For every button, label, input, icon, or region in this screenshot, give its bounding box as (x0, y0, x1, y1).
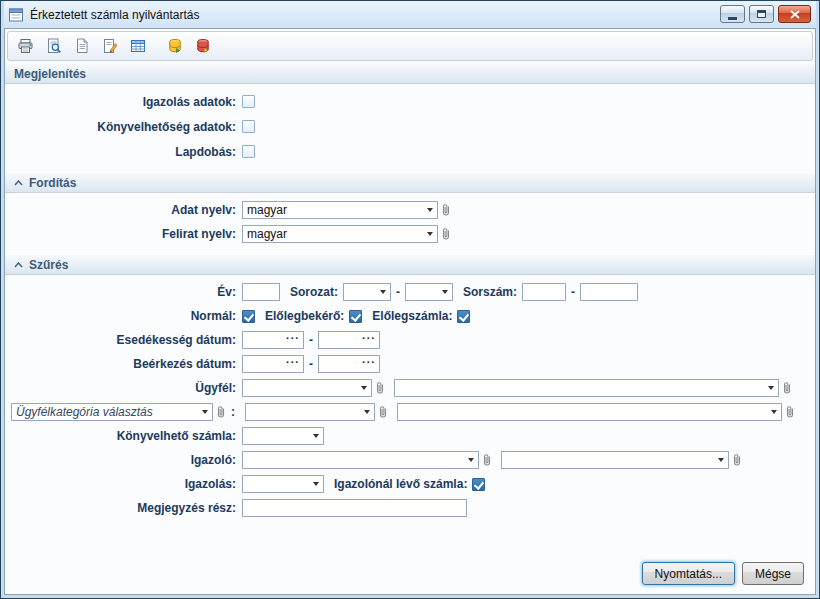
approver-name-combo[interactable] (501, 451, 729, 469)
checkbox-konyvelhetoseg-adatok[interactable] (242, 120, 255, 133)
table-button[interactable] (125, 34, 150, 58)
series-to-combo[interactable] (405, 283, 453, 301)
data-language-combo[interactable]: magyar (242, 201, 438, 219)
row-konyvelheto-szamla: Könyvelhető számla: (5, 424, 815, 448)
range-dash: - (309, 333, 313, 347)
dropdown-arrow-icon (464, 452, 478, 468)
serial-to-input[interactable] (580, 283, 638, 301)
date-picker-button[interactable]: ··· (362, 333, 379, 347)
arrival-date-to-input[interactable]: ··· (318, 355, 380, 373)
customer-name-combo[interactable] (394, 379, 779, 397)
section-header-display[interactable]: Megjelenítés (5, 63, 815, 84)
dropdown-arrow-icon (309, 428, 323, 444)
section-title: Fordítás (29, 176, 76, 190)
paperclip-icon[interactable] (784, 405, 796, 419)
field-label: Igazoló: (5, 453, 242, 467)
maximize-button[interactable] (749, 5, 774, 23)
export-data-button[interactable] (162, 34, 187, 58)
caption-language-combo[interactable]: magyar (242, 225, 438, 243)
field-label: Könyvelhető számla: (5, 429, 242, 443)
print-dialog-button[interactable]: Nyomtatás... (642, 562, 735, 585)
print-preview-icon (46, 38, 62, 54)
customer-code-combo[interactable] (242, 379, 372, 397)
range-dash: - (396, 285, 400, 299)
section-header-translation[interactable]: Fordítás (5, 172, 815, 193)
paperclip-icon[interactable] (215, 405, 227, 419)
field-label: Igazolónál lévő számla: (334, 477, 467, 491)
section-body-display: Igazolás adatok: Könyvelhetőség adatok: … (5, 84, 815, 172)
section-body-filter: Év: Sorozat: - Sorszám: - No (5, 275, 815, 528)
arrival-date-from-input[interactable]: ··· (242, 355, 304, 373)
approval-combo[interactable] (242, 475, 324, 493)
field-label: Lapdobás: (5, 145, 242, 159)
checkbox-normal[interactable] (242, 310, 255, 323)
dropdown-arrow-icon (360, 404, 374, 420)
customer-category-combo[interactable]: Ügyfélkategória választás (11, 403, 213, 421)
dropdown-arrow-icon (767, 404, 781, 420)
close-icon (790, 10, 800, 19)
checkbox-elolegszamla[interactable] (457, 310, 470, 323)
collapse-icon (14, 262, 23, 268)
checkbox-elolegbekero[interactable] (349, 310, 362, 323)
page-button[interactable] (69, 34, 94, 58)
paperclip-icon[interactable] (781, 381, 793, 395)
serial-from-input[interactable] (522, 283, 566, 301)
approver-combo[interactable] (242, 451, 479, 469)
category-name-combo[interactable] (397, 403, 782, 421)
checkbox-igazolas-adatok[interactable] (242, 95, 255, 108)
paperclip-icon[interactable] (440, 203, 452, 217)
row-felirat-nyelv: Felirat nyelv: magyar (5, 222, 815, 246)
comment-input[interactable] (242, 499, 467, 517)
field-label: Előlegbekérő: (265, 309, 344, 323)
bookable-invoice-combo[interactable] (242, 427, 324, 445)
paperclip-icon[interactable] (481, 453, 493, 467)
minimize-icon (728, 17, 737, 20)
date-picker-button[interactable]: ··· (286, 333, 303, 347)
series-from-combo[interactable] (343, 283, 391, 301)
date-picker-button[interactable]: ··· (362, 357, 379, 371)
row-ugyfel: Ügyfél: (5, 376, 815, 400)
category-value-combo[interactable] (245, 403, 375, 421)
minimize-button[interactable] (720, 5, 745, 23)
title-bar[interactable]: Érkeztetett számla nyilvántartás (4, 1, 816, 28)
row-lapdobas: Lapdobás: (5, 139, 815, 164)
close-button[interactable] (778, 5, 811, 23)
paperclip-icon[interactable] (731, 453, 743, 467)
section-body-translation: Adat nyelv: magyar Felirat nyelv: magyar (5, 193, 815, 254)
year-input[interactable] (242, 283, 280, 301)
field-label: Megjegyzés rész: (5, 501, 242, 515)
field-label: Felirat nyelv: (5, 227, 242, 241)
print-button[interactable] (13, 34, 38, 58)
paperclip-icon[interactable] (377, 405, 389, 419)
due-date-from-input[interactable]: ··· (242, 331, 304, 349)
checkbox-lapdobas[interactable] (242, 145, 255, 158)
date-picker-button[interactable]: ··· (286, 357, 303, 371)
edit-button[interactable] (97, 34, 122, 58)
section-header-filter[interactable]: Szűrés (5, 254, 815, 275)
field-label: Év: (5, 285, 242, 299)
row-konyvelhetoseg-adatok: Könyvelhetőség adatok: (5, 114, 815, 139)
paperclip-icon[interactable] (440, 227, 452, 241)
row-igazolas-adatok: Igazolás adatok: (5, 89, 815, 114)
print-preview-button[interactable] (41, 34, 66, 58)
checkbox-igazolonal-levo-szamla[interactable] (472, 478, 485, 491)
page-icon (74, 38, 90, 54)
edit-page-icon (102, 38, 118, 54)
due-date-to-input[interactable]: ··· (318, 331, 380, 349)
field-label: Esedékesség dátum: (5, 333, 242, 347)
field-label: Igazolás adatok: (5, 95, 242, 109)
paperclip-icon[interactable] (374, 381, 386, 395)
dropdown-arrow-icon (357, 380, 371, 396)
toolbar (7, 31, 813, 61)
dropdown-arrow-icon (423, 226, 437, 242)
import-data-button[interactable] (190, 34, 215, 58)
form-content: Megjelenítés Igazolás adatok: Könyvelhet… (5, 63, 815, 594)
printer-icon (17, 38, 34, 54)
collapse-icon (14, 180, 23, 186)
window-title: Érkeztetett számla nyilvántartás (30, 8, 199, 22)
cancel-dialog-button[interactable]: Mégse (742, 562, 804, 585)
window-controls (716, 5, 811, 23)
maximize-icon (757, 10, 766, 18)
client-area: Megjelenítés Igazolás adatok: Könyvelhet… (4, 28, 816, 595)
field-label: Beérkezés dátum: (5, 357, 242, 371)
